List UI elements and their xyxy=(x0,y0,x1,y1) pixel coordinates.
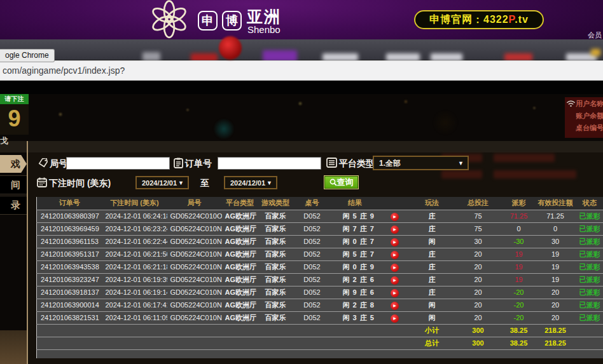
sidebar-tab-game[interactable]: 戏 xyxy=(0,155,27,173)
background-bleed xyxy=(441,170,482,179)
cell-time: 2024-12-01 06:19:39 xyxy=(102,273,167,286)
cell-total-bet: 75 xyxy=(454,222,503,235)
url-bar[interactable]: com/agingame/pcv1/index.jsp? xyxy=(0,60,603,81)
table-row: 241201063951317 2024-12-01 06:21:56 GD05… xyxy=(37,248,603,260)
cell-round: GD05224C010NT xyxy=(167,286,222,299)
order-input[interactable] xyxy=(218,157,321,170)
cell-payout: -20 xyxy=(503,311,535,324)
col-game: 游戏类型 xyxy=(258,197,293,210)
cell-total-bet: 20 xyxy=(454,248,503,260)
play-video-button[interactable]: ▶ xyxy=(391,289,399,297)
cell-play: 庄 xyxy=(411,286,454,299)
cell-order: 241201063918137 xyxy=(37,286,102,299)
play-video-button[interactable]: ▶ xyxy=(391,238,399,246)
subtotal-valid-bet: 218.25 xyxy=(535,324,576,337)
cell-platform: AG欧洲厅 xyxy=(222,222,258,235)
play-video-button[interactable]: ▶ xyxy=(391,226,399,234)
account-table-label: 桌台编号 xyxy=(576,123,603,133)
cell-result: 闲 5 庄 7 xyxy=(331,248,379,260)
search-button[interactable]: 查询 xyxy=(324,175,359,189)
total-row: 总计 300 38.25 218.25 xyxy=(37,337,603,349)
cell-payout: 0 xyxy=(503,222,535,235)
cell-order: 241201063969459 xyxy=(37,222,102,235)
cell-total-bet: 20 xyxy=(454,299,503,311)
to-label: 至 xyxy=(200,178,209,189)
cell-result: 闲 2 庄 8 xyxy=(331,299,379,311)
nav-item-blurred[interactable] xyxy=(142,52,160,61)
cell-round: GD05224C010O0 xyxy=(167,210,222,222)
cell-platform: AG欧洲厅 xyxy=(222,248,258,260)
cell-status: 已派彩 xyxy=(576,222,603,235)
cell-total-bet: 20 xyxy=(454,286,503,299)
nav-bar xyxy=(0,39,603,60)
cell-status: 已派彩 xyxy=(576,286,603,299)
empty-row xyxy=(37,349,603,358)
total-label: 总计 xyxy=(411,337,454,349)
cell-game: 百家乐 xyxy=(258,260,293,273)
round-input[interactable] xyxy=(66,157,170,170)
bet-records-table: 订单号 下注时间 (美东) 局号 平台类型 游戏类型 桌号 结果 玩法 总投注 … xyxy=(36,197,603,358)
play-video-button[interactable]: ▶ xyxy=(391,302,399,310)
cell-payout: 19 xyxy=(503,260,535,273)
col-order: 订单号 xyxy=(37,197,102,210)
date-from-select[interactable]: 2024/12/01 ▼ xyxy=(135,176,189,189)
cell-play: 庄 xyxy=(411,210,454,222)
date-to-select[interactable]: 2024/12/01 ▼ xyxy=(224,176,277,189)
logo-char-bo: 博 xyxy=(222,11,242,30)
cell-result: 闲 5 庄 9 xyxy=(331,210,379,222)
platform-select[interactable]: 1.全部 ▼ xyxy=(373,156,469,170)
cell-status: 已派彩 xyxy=(576,248,603,260)
cell-round: GD05224C010NU xyxy=(167,273,222,286)
official-site-badge[interactable]: 申博官网：4322P.tv xyxy=(414,10,544,29)
platform-select-value: 1.全部 xyxy=(379,158,401,168)
cell-video: ▶ xyxy=(379,260,411,273)
cell-play: 庄 xyxy=(411,260,454,273)
cell-result: 闲 0 庄 9 xyxy=(331,260,379,273)
play-video-button[interactable]: ▶ xyxy=(391,264,399,272)
logo-subtitle: Shenbo xyxy=(247,24,281,35)
cell-video: ▶ xyxy=(379,222,411,235)
col-table: 桌号 xyxy=(293,197,331,210)
table-row: 241201063918137 2024-12-01 06:19:14 GD05… xyxy=(37,286,603,299)
sidebar-tab-records[interactable]: 录 xyxy=(0,196,27,215)
col-video xyxy=(379,197,411,210)
clipboard-icon xyxy=(174,158,183,168)
sidebar-tab-2[interactable]: 间 xyxy=(0,175,27,194)
cell-result: 闲 9 庄 6 xyxy=(331,286,379,299)
round-label: 局号 xyxy=(50,158,67,170)
cell-platform: AG欧洲厅 xyxy=(222,235,258,248)
table-row: 241201063961153 2024-12-01 06:22:44 GD05… xyxy=(37,235,603,248)
cell-video: ▶ xyxy=(379,235,411,248)
sidebar-rail xyxy=(27,141,28,364)
play-video-button[interactable]: ▶ xyxy=(391,276,399,285)
search-button-label: 查询 xyxy=(337,177,354,187)
member-link[interactable]: 会员 xyxy=(588,30,602,40)
play-video-button[interactable]: ▶ xyxy=(391,314,399,323)
site-header: 申 博 亚洲 Shenbo 申博官网：4322P.tv 会员 xyxy=(0,0,603,39)
cell-order: 241201063980397 xyxy=(37,210,102,222)
url-text[interactable]: com/agingame/pcv1/index.jsp? xyxy=(3,65,125,76)
nav-badge-blurred xyxy=(591,49,600,56)
background-bleed xyxy=(494,170,576,179)
cell-result: 闲 3 庄 5 xyxy=(331,311,379,324)
date-to-value: 2024/12/01 xyxy=(230,179,265,187)
cell-payout: -20 xyxy=(503,286,535,299)
cell-round: GD05224C010NZ xyxy=(167,222,222,235)
col-round: 局号 xyxy=(167,197,222,210)
cell-valid-bet: 20 xyxy=(535,286,576,299)
cell-total-bet: 30 xyxy=(454,235,503,248)
cell-time: 2024-12-01 06:11:09 xyxy=(102,311,167,324)
cell-round: GD05224C010NW xyxy=(167,260,222,273)
cell-valid-bet: 71.25 xyxy=(535,210,576,222)
cell-order: 241201063961153 xyxy=(37,235,102,248)
bet-prompt-badge: 请下注 xyxy=(0,94,29,104)
play-video-button[interactable]: ▶ xyxy=(391,213,399,221)
play-video-button[interactable]: ▶ xyxy=(391,251,399,259)
cell-payout: -20 xyxy=(503,299,535,311)
cell-status: 已派彩 xyxy=(576,260,603,273)
cell-time: 2024-12-01 06:23:24 xyxy=(102,222,167,235)
cell-order: 241201063900014 xyxy=(37,299,102,311)
cell-total-bet: 20 xyxy=(454,273,503,286)
cell-video: ▶ xyxy=(379,210,411,222)
cell-play: 闲 xyxy=(411,235,454,248)
